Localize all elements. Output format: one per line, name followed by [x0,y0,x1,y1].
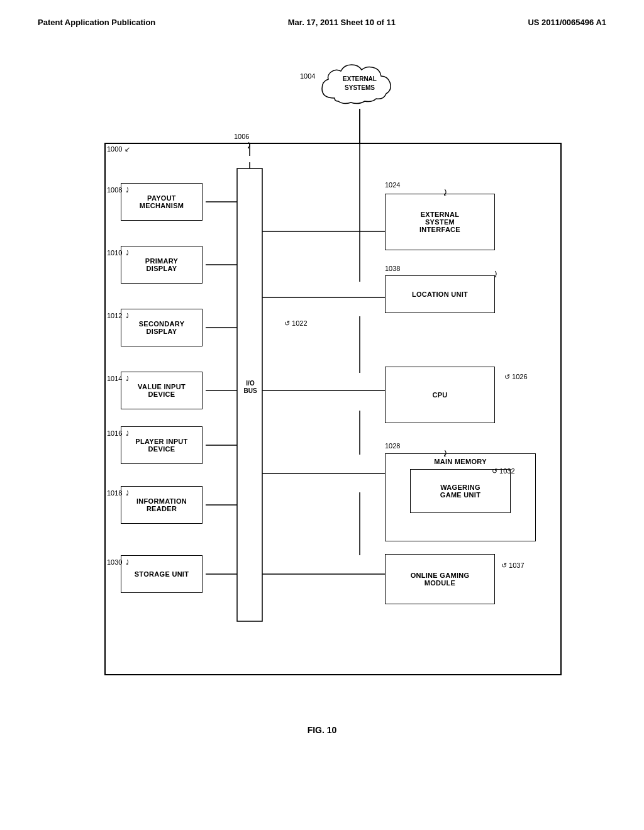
external-system-interface-box: EXTERNAL SYSTEM INTERFACE [385,194,495,250]
payout-mechanism-box: PAYOUT MECHANISM [121,183,203,221]
svg-rect-2 [237,169,262,621]
ref-1032: ↺ 1032 [492,467,515,475]
header-middle: Mar. 17, 2011 Sheet 10 of 11 [288,18,396,27]
ref-1016: 1016 ⤸ [107,429,130,438]
wagering-game-unit-box: WAGERING GAME UNIT [410,469,511,513]
ref-1026: ↺ 1026 [504,373,528,381]
ref-1006: 1006 [234,133,249,140]
page-header: Patent Application Publication Mar. 17, … [0,0,644,33]
ref-1014: 1014 ⤸ [107,375,130,383]
diagram-area: EXTERNAL SYSTEMS 1004 1000 ↙ 1006 ⤸ PAYO… [52,46,592,706]
value-input-box: VALUE INPUT DEVICE [121,372,203,409]
ref-1008: 1008 ⤸ [107,186,130,194]
ref-1010: 1010 ⤸ [107,249,130,257]
ref-1012: 1012 ⤸ [107,312,130,320]
ref-1018: 1018 ⤸ [107,489,130,497]
ref-1038-arrow: ⤸ [492,269,499,279]
ref-1000: 1000 ↙ [107,145,130,153]
ref-1030: 1030 ⤸ [107,558,130,567]
iobus-label: I/O BUS [238,379,263,394]
primary-display-box: PRIMARY DISPLAY [121,246,203,284]
player-input-box: PLAYER INPUT DEVICE [121,426,203,464]
external-systems-cloud: EXTERNAL SYSTEMS [316,57,404,109]
location-unit-box: LOCATION UNIT [385,275,495,313]
main-memory-box: MAIN MEMORY WAGERING GAME UNIT [385,453,536,541]
information-reader-box: INFORMATION READER [121,486,203,524]
figure-caption: FIG. 10 [0,725,644,735]
ref-1024-arrow: ⤸ [441,187,449,197]
online-gaming-module-box: ONLINE GAMING MODULE [385,554,495,604]
cpu-box: CPU [385,367,495,423]
main-memory-label: MAIN MEMORY [434,458,487,465]
ref-1037: ↺ 1037 [501,562,525,570]
ref-1006-arrow: ⤸ [245,140,253,150]
ref-1028: 1028 [385,442,400,450]
ref-1024: 1024 [385,181,400,189]
header-left: Patent Application Publication [38,18,155,27]
storage-unit-box: STORAGE UNIT [121,555,203,593]
svg-text:EXTERNAL: EXTERNAL [343,75,377,82]
ref-1004: 1004 [300,72,315,80]
ref-1028-arrow: ⤸ [441,448,449,458]
ref-1022: ↺ 1022 [284,319,308,328]
svg-text:SYSTEMS: SYSTEMS [345,84,375,91]
secondary-display-box: SECONDARY DISPLAY [121,309,203,346]
ref-1038: 1038 [385,265,400,272]
header-right: US 2011/0065496 A1 [528,18,606,27]
